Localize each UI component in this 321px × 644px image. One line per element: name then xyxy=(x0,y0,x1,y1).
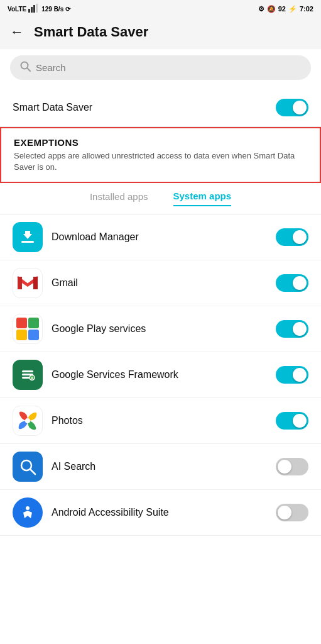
svg-rect-11 xyxy=(16,318,27,328)
svg-rect-6 xyxy=(21,241,34,243)
bluetooth-icon: ⚙ xyxy=(258,5,264,13)
tab-system-apps[interactable]: System apps xyxy=(173,191,232,206)
exemptions-box: EXEMPTIONS Selected apps are allowed unr… xyxy=(0,127,321,183)
battery-charging-icon: ⚡ xyxy=(288,5,297,13)
smart-data-saver-label: Smart Data Saver xyxy=(13,102,92,113)
back-button[interactable]: ← xyxy=(10,24,24,40)
mute-icon: 🔕 xyxy=(267,5,276,13)
google-play-services-icon xyxy=(13,314,43,344)
google-play-services-toggle[interactable] xyxy=(276,320,308,338)
svg-rect-3 xyxy=(36,4,38,13)
android-accessibility-toggle[interactable] xyxy=(276,504,308,521)
android-accessibility-suite-icon xyxy=(13,497,43,528)
signal-bars xyxy=(28,4,40,14)
search-input[interactable] xyxy=(36,62,301,73)
svg-point-24 xyxy=(26,506,30,510)
list-item: Download Manager xyxy=(0,214,321,260)
battery-level: 92 xyxy=(278,5,286,13)
app-list: Download Manager Gmail xyxy=(0,214,321,536)
photos-toggle[interactable] xyxy=(276,412,308,430)
google-services-framework-icon: A xyxy=(13,360,43,390)
data-speed: 129 B/s xyxy=(41,6,63,13)
page-title: Smart Data Saver xyxy=(34,24,148,40)
svg-text:A: A xyxy=(30,376,33,380)
network-indicator: VoLTE xyxy=(8,6,26,13)
exemptions-description: Selected apps are allowed unrestricted a… xyxy=(14,150,307,173)
ai-search-toggle[interactable] xyxy=(276,458,308,475)
svg-rect-12 xyxy=(28,318,39,328)
list-item: Gmail xyxy=(0,260,321,306)
list-item: Google Play services xyxy=(0,306,321,352)
svg-rect-18 xyxy=(22,377,30,379)
google-play-services-label: Google Play services xyxy=(52,323,267,335)
search-container xyxy=(0,49,321,89)
sync-icon: ⟳ xyxy=(65,6,70,13)
app-tabs: Installed apps System apps xyxy=(0,183,321,214)
svg-rect-0 xyxy=(28,9,30,13)
list-item: A Google Services Framework xyxy=(0,352,321,398)
search-icon xyxy=(20,61,31,74)
android-accessibility-label: Android Accessibility Suite xyxy=(52,507,267,518)
list-item: Android Accessibility Suite xyxy=(0,490,321,536)
status-bar: VoLTE 129 B/s ⟳ ⚙ 🔕 92 ⚡ 7:02 xyxy=(0,0,321,18)
time-display: 7:02 xyxy=(300,5,313,13)
gmail-toggle[interactable] xyxy=(276,274,308,292)
status-right: ⚙ 🔕 92 ⚡ 7:02 xyxy=(258,5,313,13)
smart-data-saver-row: Smart Data Saver xyxy=(0,89,321,127)
download-manager-icon xyxy=(13,222,43,252)
gmail-icon xyxy=(13,268,43,298)
list-item: Photos xyxy=(0,398,321,444)
google-services-framework-label: Google Services Framework xyxy=(52,369,267,380)
ai-search-label: AI Search xyxy=(52,461,267,472)
toggle-knob xyxy=(293,101,307,114)
list-item: AI Search xyxy=(0,444,321,490)
google-services-framework-toggle[interactable] xyxy=(276,366,308,384)
page-header: ← Smart Data Saver xyxy=(0,18,321,49)
search-bar[interactable] xyxy=(10,55,311,80)
smart-data-saver-toggle[interactable] xyxy=(276,99,308,116)
svg-marker-7 xyxy=(23,231,32,239)
svg-line-23 xyxy=(30,469,35,474)
photos-label: Photos xyxy=(52,415,267,426)
tab-installed-apps[interactable]: Installed apps xyxy=(90,191,148,206)
svg-rect-1 xyxy=(31,7,33,13)
ai-search-icon xyxy=(13,452,43,482)
download-manager-label: Download Manager xyxy=(52,231,267,243)
svg-rect-16 xyxy=(22,370,33,372)
svg-rect-10 xyxy=(33,277,38,289)
svg-rect-13 xyxy=(16,330,27,340)
svg-rect-14 xyxy=(28,330,39,340)
svg-rect-2 xyxy=(33,5,35,13)
photos-icon xyxy=(13,406,43,436)
svg-point-21 xyxy=(25,418,30,423)
status-left: VoLTE 129 B/s ⟳ xyxy=(8,4,70,14)
svg-rect-9 xyxy=(18,277,22,289)
gmail-label: Gmail xyxy=(52,277,267,289)
download-manager-toggle[interactable] xyxy=(276,228,308,246)
svg-line-5 xyxy=(27,68,30,71)
exemptions-title: EXEMPTIONS xyxy=(14,137,307,148)
